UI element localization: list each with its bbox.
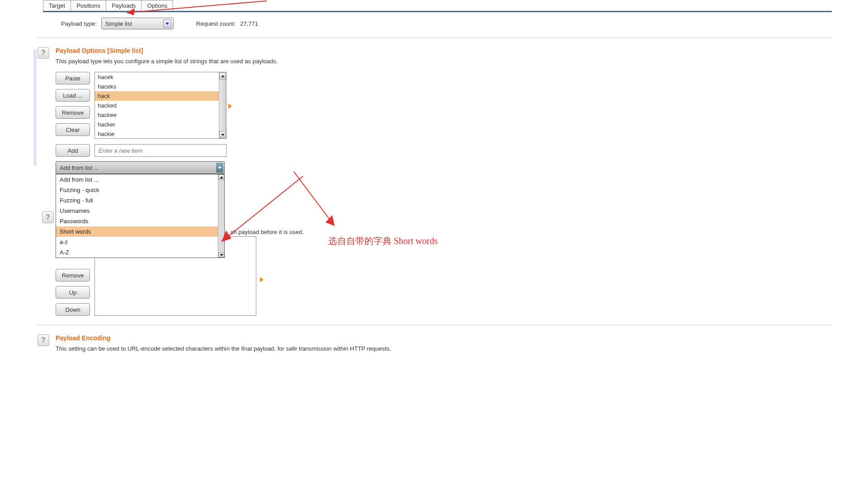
- annotation-text: 选自自带的字典 Short words: [328, 235, 438, 247]
- dropdown-item[interactable]: A-Z: [56, 247, 218, 258]
- tab-positions[interactable]: Positions: [71, 0, 106, 11]
- load-button[interactable]: Load ...: [56, 89, 90, 102]
- dropdown-item[interactable]: Short words: [56, 226, 218, 237]
- scroll-up-icon[interactable]: [219, 72, 226, 80]
- request-count-value: 27,771: [240, 20, 258, 27]
- section-title-payload-encoding: Payload Encoding: [56, 334, 832, 342]
- add-button[interactable]: Add: [56, 144, 90, 157]
- dropdown-item[interactable]: Passwords: [56, 216, 218, 226]
- help-icon[interactable]: ?: [38, 47, 49, 59]
- list-item[interactable]: hackie: [95, 129, 219, 138]
- payload-type-combo[interactable]: Simple list: [101, 18, 174, 29]
- payload-listbox[interactable]: hacek haceks hack hacked hackee hacker h…: [94, 72, 226, 139]
- dropdown-item[interactable]: Usernames: [56, 206, 218, 216]
- help-icon[interactable]: ?: [42, 211, 54, 223]
- intruder-tabs: Target Positions Payloads Options: [43, 0, 832, 12]
- list-item[interactable]: hacek: [95, 72, 219, 82]
- expand-icon[interactable]: [260, 277, 264, 282]
- up-button[interactable]: Up: [56, 286, 90, 299]
- tab-payloads[interactable]: Payloads: [106, 0, 142, 11]
- section-desc-payload-encoding: This setting can be used to URL-encode s…: [56, 345, 832, 352]
- list-item[interactable]: haceks: [95, 82, 219, 91]
- remove-button[interactable]: Remove: [56, 106, 90, 119]
- add-item-input[interactable]: [94, 144, 226, 157]
- section-desc-payload-options: This payload type lets you configure a s…: [56, 58, 832, 65]
- expand-icon[interactable]: [228, 103, 232, 109]
- section-title-payload-options: Payload Options [Simple list]: [56, 47, 832, 54]
- add-from-list-dropdown[interactable]: Add from list ... Fuzzing - quick Fuzzin…: [56, 174, 225, 258]
- section-accent: [33, 49, 37, 166]
- clear-button[interactable]: Clear: [56, 123, 90, 136]
- list-item[interactable]: hacked: [95, 101, 219, 110]
- payload-type-label: Payload type:: [61, 20, 97, 27]
- chevron-down-icon: [163, 19, 171, 28]
- paste-button[interactable]: Paste: [56, 72, 90, 84]
- scrollbar[interactable]: [218, 174, 224, 258]
- dropdown-item[interactable]: a-z: [56, 237, 218, 247]
- dropdown-item[interactable]: Fuzzing - quick: [56, 185, 218, 195]
- scroll-down-icon[interactable]: [218, 252, 224, 258]
- dropdown-item[interactable]: Fuzzing - full: [56, 195, 218, 206]
- tab-options[interactable]: Options: [141, 0, 173, 11]
- payload-type-value: Simple list: [105, 20, 132, 27]
- list-item[interactable]: hacker: [95, 120, 219, 129]
- add-from-list-combo[interactable]: Add from list ...: [56, 161, 225, 174]
- list-item[interactable]: hack: [95, 91, 219, 101]
- request-count-label: Request count:: [196, 20, 236, 27]
- scroll-up-icon[interactable]: [218, 174, 224, 180]
- down-button[interactable]: Down: [56, 303, 90, 316]
- add-from-list-label: Add from list ...: [60, 164, 99, 171]
- scrollbar[interactable]: [219, 72, 226, 138]
- dropdown-item[interactable]: Add from list ...: [56, 174, 218, 185]
- scroll-down-icon[interactable]: [219, 131, 226, 138]
- list-item[interactable]: hackee: [95, 110, 219, 120]
- help-icon[interactable]: ?: [38, 334, 49, 346]
- remove-button[interactable]: Remove: [56, 269, 90, 282]
- tab-target[interactable]: Target: [43, 0, 71, 11]
- chevron-down-icon: [216, 163, 223, 173]
